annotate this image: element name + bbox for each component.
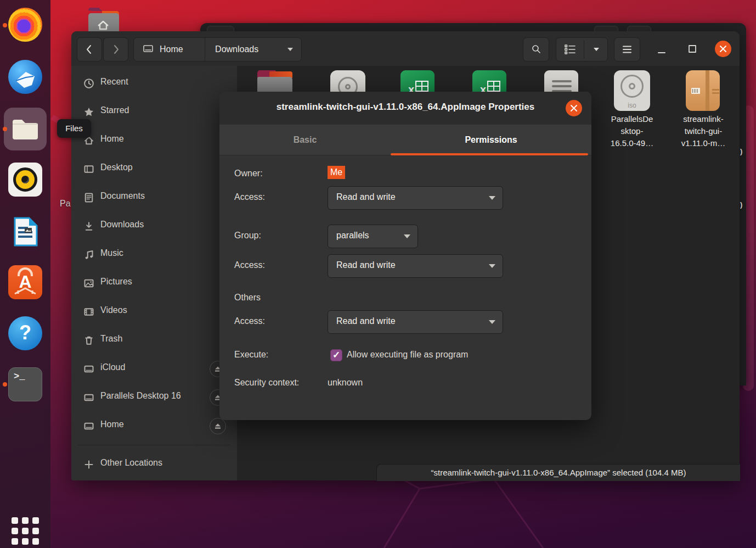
path-current-button[interactable]: Downloads <box>205 38 301 61</box>
others-access-label: Access: <box>234 316 265 326</box>
menu-button[interactable] <box>614 37 640 61</box>
eject-icon[interactable] <box>210 418 226 434</box>
file-label[interactable]: streamlink- twitch-gui- v1.11.0-m… <box>667 113 740 149</box>
maximize-button[interactable] <box>682 37 702 61</box>
sidebar-item-other-locations[interactable]: Other Locations <box>71 450 237 479</box>
sidebar-item-trash[interactable]: Trash <box>71 326 237 355</box>
path-home-button[interactable]: Home <box>134 38 205 61</box>
dialog-titlebar: streamlink-twitch-gui-v1.11.0-x86_64.App… <box>219 92 591 125</box>
sidebar-item-desktop[interactable]: Desktop <box>71 155 237 183</box>
group-label: Group: <box>234 231 261 241</box>
owner-access-dropdown[interactable]: Read and write <box>328 186 503 210</box>
desktop-wallpaper-pattern <box>307 472 582 548</box>
group-dropdown[interactable]: parallels <box>328 225 418 248</box>
dialog-close-button[interactable] <box>566 100 582 116</box>
sidebar-item-home[interactable]: Home <box>71 126 237 155</box>
path-bar: Home Downloads <box>133 37 302 61</box>
sidebar-item-recent[interactable]: Recent <box>71 69 237 98</box>
sidebar-item-icloud[interactable]: iCloud <box>71 355 237 383</box>
chevron-down-icon <box>489 196 495 200</box>
security-context-label: Security context: <box>234 378 299 388</box>
appimage-file-icon[interactable] <box>686 70 720 111</box>
sidebar-item-parallels-desktop[interactable]: Parallels Desktop 16 <box>71 383 237 412</box>
sidebar-item-downloads[interactable]: Downloads <box>71 212 237 241</box>
terminal-icon[interactable]: >_ <box>8 367 42 401</box>
tab-basic[interactable]: Basic <box>219 125 391 155</box>
others-label: Others <box>234 293 261 303</box>
dock-tooltip: Files <box>57 119 91 138</box>
group-access-dropdown[interactable]: Read and write <box>328 254 503 278</box>
statusbar: “streamlink-twitch-gui-v1.11.0-x86_64.Ap… <box>376 464 740 481</box>
chevron-down-icon <box>489 320 495 324</box>
dialog-tab-bar: Basic Permissions <box>219 125 591 155</box>
sidebar-separator <box>78 445 230 445</box>
owner-access-label: Access: <box>234 192 265 202</box>
execute-checkbox[interactable] <box>330 349 342 361</box>
thunderbird-icon[interactable] <box>8 60 42 94</box>
sidebar-item-pictures[interactable]: Pictures <box>71 269 237 298</box>
sidebar-item-music[interactable]: Music <box>71 241 237 269</box>
chevron-down-icon <box>489 264 495 268</box>
clipped-desktop-icon-label: Pa <box>60 199 71 209</box>
selection-status-text: “streamlink-twitch-gui-v1.11.0-x86_64.Ap… <box>431 468 686 477</box>
dock: A ? >_ <box>0 0 50 548</box>
execute-checkbox-label[interactable]: Allow executing file as program <box>347 350 468 360</box>
window-close-button[interactable] <box>715 41 731 57</box>
tab-permissions[interactable]: Permissions <box>391 125 591 155</box>
path-home-label: Home <box>160 44 183 54</box>
search-button[interactable] <box>523 37 549 61</box>
sidebar: Recent Starred Home Desktop Documents Do… <box>71 66 238 480</box>
execute-label: Execute: <box>234 350 268 360</box>
desktop: ) ) Pa <box>0 0 756 548</box>
sidebar-item-home-drive[interactable]: Home <box>71 412 237 440</box>
minimize-button[interactable] <box>652 37 672 61</box>
iso-file-icon[interactable]: iso <box>614 70 650 111</box>
list-view-button[interactable] <box>556 38 584 61</box>
clipped-desktop-glyph: ) <box>740 147 742 155</box>
owner-label: Owner: <box>234 169 263 178</box>
running-indicator <box>3 127 7 131</box>
libreoffice-writer-icon[interactable] <box>8 215 42 249</box>
help-icon[interactable]: ? <box>8 316 42 350</box>
path-current-label: Downloads <box>215 44 258 54</box>
owner-value[interactable]: Me <box>328 166 345 179</box>
security-context-value: unknown <box>328 378 363 388</box>
files-icon[interactable] <box>8 112 42 146</box>
running-indicator <box>3 23 7 27</box>
view-toggle-group <box>556 37 608 61</box>
active-tab-indicator <box>391 153 588 155</box>
properties-dialog: streamlink-twitch-gui-v1.11.0-x86_64.App… <box>219 92 591 420</box>
clipped-desktop-glyph: ) <box>740 200 742 209</box>
show-applications-icon[interactable] <box>12 517 39 545</box>
view-options-dropdown[interactable] <box>584 38 608 61</box>
rhythmbox-icon[interactable] <box>8 163 42 197</box>
forward-button[interactable] <box>103 37 128 61</box>
sidebar-item-starred[interactable]: Starred <box>71 98 237 126</box>
others-access-dropdown[interactable]: Read and write <box>328 310 503 334</box>
firefox-icon[interactable] <box>8 8 42 42</box>
running-indicator <box>3 382 7 387</box>
headerbar: Home Downloads <box>71 31 740 66</box>
dialog-title: streamlink-twitch-gui-v1.11.0-x86_64.App… <box>219 102 591 113</box>
back-button[interactable] <box>77 37 102 61</box>
sidebar-item-documents[interactable]: Documents <box>71 183 237 212</box>
chevron-down-icon <box>404 234 410 238</box>
ubuntu-software-icon[interactable]: A <box>8 265 42 299</box>
group-access-label: Access: <box>234 260 265 270</box>
file-label[interactable]: ParallelsDe sktop- 16.5.0-49… <box>596 113 668 149</box>
sidebar-item-videos[interactable]: Videos <box>71 298 237 326</box>
